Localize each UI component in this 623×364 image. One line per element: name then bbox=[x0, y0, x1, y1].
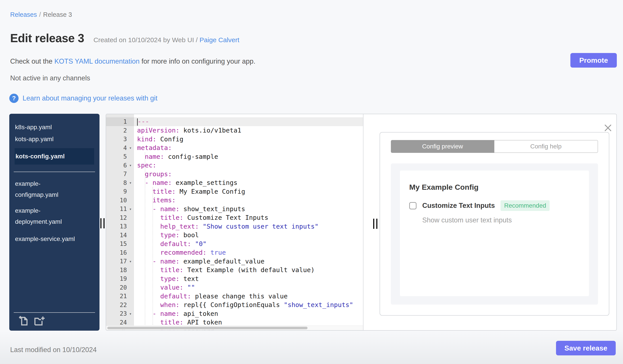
kots-yaml-docs-link[interactable]: KOTS YAML documentation bbox=[54, 58, 139, 65]
breadcrumb-separator: / bbox=[39, 11, 41, 18]
code-text: spec: bbox=[134, 162, 156, 169]
fold-arrow-icon[interactable]: ▾ bbox=[127, 206, 134, 211]
line-number: 6 bbox=[106, 162, 127, 169]
line-number: 11 bbox=[106, 205, 127, 212]
fold-arrow-icon[interactable]: ▾ bbox=[127, 180, 134, 185]
question-icon[interactable]: ? bbox=[9, 94, 19, 103]
config-group-card: My Example Config Customize Text Inputs … bbox=[400, 170, 589, 296]
line-number: 1 bbox=[106, 118, 127, 125]
code-line-21[interactable]: 21 default: please change this value bbox=[106, 292, 363, 301]
line-number: 21 bbox=[106, 293, 127, 300]
created-by-link[interactable]: Paige Calvert bbox=[200, 36, 239, 43]
line-number: 14 bbox=[106, 232, 127, 239]
fold-arrow-icon[interactable]: ▾ bbox=[127, 259, 134, 264]
line-number: 12 bbox=[106, 214, 127, 221]
code-line-12[interactable]: 12 title: Customize Text Inputs bbox=[106, 213, 363, 222]
title-row: Edit release 3 Created on 10/10/2024 by … bbox=[10, 31, 239, 45]
customize-text-inputs-checkbox[interactable] bbox=[409, 202, 417, 209]
code-line-22[interactable]: 22 when: repl{{ ConfigOptionEquals "show… bbox=[106, 301, 363, 309]
line-number-gutter: 19 bbox=[106, 275, 134, 282]
docs-info-line: Check out the KOTS YAML documentation fo… bbox=[10, 58, 255, 65]
yaml-code-editor[interactable]: 1---2apiVersion: kots.io/v1beta13kind: C… bbox=[106, 114, 363, 330]
sidebar-item-kots-app-yaml[interactable]: kots-app.yaml bbox=[9, 133, 99, 145]
code-line-6[interactable]: 6▾spec: bbox=[106, 161, 363, 170]
code-text: apiVersion: kots.io/v1beta1 bbox=[134, 127, 241, 134]
code-line-5[interactable]: 5 name: config-sample bbox=[106, 152, 363, 161]
editor-horizontal-scrollbar bbox=[106, 325, 363, 330]
code-line-19[interactable]: 19 type: text bbox=[106, 274, 363, 283]
tab-config-preview[interactable]: Config preview bbox=[391, 140, 494, 153]
code-line-15[interactable]: 15 default: "0" bbox=[106, 240, 363, 248]
code-text: help_text: "Show custom user text inputs… bbox=[134, 223, 319, 230]
last-modified-text: Last modified on 10/10/2024 bbox=[10, 346, 97, 354]
line-number-gutter: 1 bbox=[106, 118, 134, 125]
close-icon[interactable] bbox=[603, 123, 613, 133]
sidebar-item-example-service-yaml[interactable]: example-service.yaml bbox=[9, 233, 99, 244]
breadcrumb-releases-link[interactable]: Releases bbox=[10, 11, 37, 18]
line-number-gutter: 7 bbox=[106, 170, 134, 177]
code-line-23[interactable]: 23▾ - name: api_token bbox=[106, 309, 363, 318]
code-text: title: My Example Config bbox=[134, 188, 245, 195]
code-text: - name: example_default_value bbox=[134, 258, 265, 265]
breadcrumb-current: Release 3 bbox=[43, 11, 72, 18]
config-card: Config preview Config help My Example Co… bbox=[379, 132, 609, 316]
code-text: recommended: true bbox=[134, 249, 226, 256]
new-file-icon[interactable] bbox=[19, 316, 28, 326]
sidebar-item-k8s-app-yaml[interactable]: k8s-app.yaml bbox=[9, 121, 99, 133]
docs-info-prefix: Check out the bbox=[10, 58, 54, 65]
fold-arrow-icon[interactable]: ▾ bbox=[127, 311, 134, 316]
git-releases-link[interactable]: Learn about managing your releases with … bbox=[22, 94, 157, 102]
sidebar-item-kots-config-yaml[interactable]: kots-config.yaml bbox=[15, 148, 94, 164]
line-number-gutter: 23▾ bbox=[106, 310, 134, 317]
fold-arrow-icon[interactable]: ▾ bbox=[127, 145, 134, 150]
code-line-8[interactable]: 8▾ - name: example_settings bbox=[106, 179, 363, 187]
code-line-2[interactable]: 2apiVersion: kots.io/v1beta1 bbox=[106, 126, 363, 135]
line-number: 20 bbox=[106, 284, 127, 291]
fold-arrow-icon[interactable]: ▾ bbox=[127, 163, 134, 168]
code-line-1[interactable]: 1--- bbox=[106, 117, 363, 126]
scrollbar-thumb[interactable] bbox=[107, 327, 308, 329]
sidebar-file-list-top: k8s-app.yamlkots-app.yamlkots-config.yam… bbox=[9, 114, 99, 164]
code-line-10[interactable]: 10 items: bbox=[106, 196, 363, 205]
line-number: 22 bbox=[106, 302, 127, 308]
line-number: 2 bbox=[106, 127, 127, 134]
code-line-20[interactable]: 20 value: "" bbox=[106, 283, 363, 292]
code-text: kind: Config bbox=[134, 135, 183, 143]
code-line-3[interactable]: 3kind: Config bbox=[106, 135, 363, 143]
code-line-11[interactable]: 11▾ - name: show_text_inputs bbox=[106, 204, 363, 213]
sidebar-resize-handle[interactable] bbox=[100, 218, 105, 228]
line-number-gutter: 20 bbox=[106, 284, 134, 291]
code-line-4[interactable]: 4▾metadata: bbox=[106, 143, 363, 152]
line-number-gutter: 11▾ bbox=[106, 205, 134, 212]
line-number-gutter: 9 bbox=[106, 188, 134, 195]
sidebar-item-example-configmap-yaml[interactable]: example-configmap.yaml bbox=[9, 178, 99, 200]
line-number: 19 bbox=[106, 275, 127, 282]
line-number-gutter: 10 bbox=[106, 197, 134, 204]
code-line-17[interactable]: 17▾ - name: example_default_value bbox=[106, 257, 363, 266]
line-number: 17 bbox=[106, 258, 127, 265]
line-number: 3 bbox=[106, 136, 127, 142]
sidebar-footer bbox=[9, 312, 99, 331]
sidebar-item-example-deployment-yaml[interactable]: example-deployment.yaml bbox=[9, 205, 99, 227]
preview-resize-handle[interactable] bbox=[373, 219, 377, 229]
new-folder-icon[interactable] bbox=[34, 316, 45, 326]
line-number: 9 bbox=[106, 188, 127, 195]
page-title: Edit release 3 bbox=[10, 31, 84, 45]
save-release-button[interactable]: Save release bbox=[556, 341, 616, 355]
code-line-16[interactable]: 16 recommended: true bbox=[106, 248, 363, 257]
code-line-13[interactable]: 13 help_text: "Show custom user text inp… bbox=[106, 222, 363, 231]
config-group-title: My Example Config bbox=[409, 183, 580, 191]
promote-button[interactable]: Promote bbox=[570, 53, 617, 68]
config-item-row: Customize Text Inputs Recommended bbox=[409, 200, 580, 211]
code-text: - name: show_text_inputs bbox=[134, 205, 245, 213]
tab-config-help[interactable]: Config help bbox=[494, 140, 598, 153]
line-number-gutter: 13 bbox=[106, 223, 134, 230]
code-line-18[interactable]: 18 title: Text Example (with default val… bbox=[106, 266, 363, 275]
created-text: Created on 10/10/2024 by Web UI / bbox=[93, 36, 200, 43]
code-text: type: text bbox=[134, 275, 199, 283]
code-line-14[interactable]: 14 type: bool bbox=[106, 231, 363, 240]
code-line-7[interactable]: 7 groups: bbox=[106, 170, 363, 179]
config-item-label: Customize Text Inputs bbox=[422, 202, 495, 210]
line-number-gutter: 12 bbox=[106, 214, 134, 221]
code-line-9[interactable]: 9 title: My Example Config bbox=[106, 187, 363, 196]
